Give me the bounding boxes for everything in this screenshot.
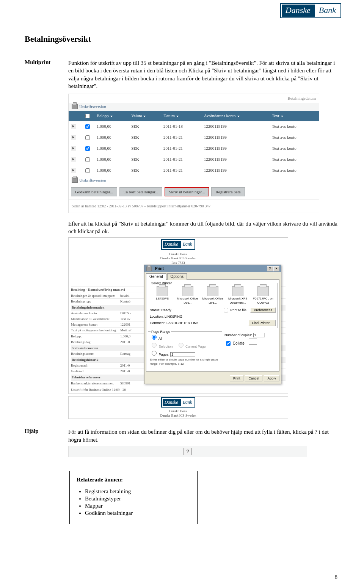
range-pages-radio[interactable]: Pages: xyxy=(150,349,220,357)
collate-icon xyxy=(247,340,258,347)
print-dialog: Print ?× General Options Select Printer … xyxy=(144,265,281,384)
printer-item[interactable]: Microsoft XPS Document... xyxy=(226,286,249,305)
cell-valuta: SEK xyxy=(129,154,161,165)
multiprint-label: Multiprint xyxy=(25,59,68,419)
related-title: Relaterade ämnen: xyxy=(77,477,190,483)
print-icon[interactable] xyxy=(72,104,78,109)
approve-button[interactable]: Godkänn betalningar... xyxy=(71,187,117,197)
find-printer-button[interactable]: Find Printer... xyxy=(248,320,276,326)
row-checkbox[interactable] xyxy=(85,124,90,129)
cell-text[interactable]: Text avs konto xyxy=(270,132,319,143)
printer-item[interactable]: LE450PS xyxy=(151,286,174,305)
payments-table: Belopp Valuta Datum Avsändarens konto Te… xyxy=(69,111,319,176)
printer-icon xyxy=(182,286,193,296)
preferences-button[interactable]: Preferences xyxy=(250,307,276,313)
expand-icon[interactable] xyxy=(71,146,76,151)
related-item[interactable]: Godkänn betalningar xyxy=(85,510,190,516)
printer-icon xyxy=(207,286,218,296)
table-row: 1.000,00SEK2011-01-2112200115199Text avs… xyxy=(69,154,319,165)
tab-general[interactable]: General xyxy=(146,273,166,280)
printer-item[interactable]: Microsoft Office Live... xyxy=(201,286,224,305)
range-all-radio[interactable]: All xyxy=(150,333,220,341)
cancel-button[interactable]: Cancel xyxy=(245,375,262,381)
expand-icon[interactable] xyxy=(71,168,76,173)
page-number: 8 xyxy=(335,574,338,580)
print-button[interactable]: Print xyxy=(230,375,244,381)
ss1-footer: Sidan är hämtad 12:02 - 2011-02-13 av 50… xyxy=(69,199,319,213)
cell-text[interactable]: Text avs konto xyxy=(270,121,319,132)
help-label: Hjälp xyxy=(25,428,68,459)
cell-belopp: 1.000,00 xyxy=(94,154,129,165)
cell-valuta: SEK xyxy=(129,121,161,132)
cell-datum: 2011-01-21 xyxy=(161,143,202,154)
help-text: För att få information om sidan du befin… xyxy=(68,428,339,444)
print-icon[interactable] xyxy=(72,177,78,183)
cell-datum: 2011-01-21 xyxy=(161,154,202,165)
print-to-file-checkbox[interactable]: Print to file xyxy=(222,308,246,312)
th-avskonto[interactable]: Avsändarens konto xyxy=(202,111,270,121)
close-icon[interactable]: × xyxy=(273,266,279,271)
cell-konto: 12200115199 xyxy=(202,132,270,143)
range-hint: Enter either a single page number or a s… xyxy=(150,357,220,366)
table-row: 1.000,00SEK2011-01-1812200115199Text avs… xyxy=(69,121,319,132)
table-row: 1.000,00SEK2011-01-2112200115199Text avs… xyxy=(69,132,319,143)
cell-belopp: 1.000,00 xyxy=(94,132,129,143)
row-checkbox[interactable] xyxy=(85,135,90,140)
logo-left: Danske xyxy=(282,5,314,17)
brand-logo-small: Danske Bank xyxy=(161,397,196,408)
page-range-label: Page Range xyxy=(151,329,171,334)
select-all-checkbox[interactable] xyxy=(85,114,90,118)
table-row: 1.000,00SEK2011-01-2112200115199Text avs… xyxy=(69,143,319,154)
cell-datum: 2011-01-18 xyxy=(161,121,202,132)
expand-icon[interactable] xyxy=(71,157,76,162)
th-text[interactable]: Text xyxy=(270,111,319,121)
cell-datum: 2011-01-21 xyxy=(161,165,202,176)
range-current-radio: Current Page xyxy=(177,341,206,349)
collate-checkbox[interactable]: Collate xyxy=(224,341,245,345)
print-icon xyxy=(146,267,152,271)
apply-button[interactable]: Apply xyxy=(264,375,279,381)
printer-icon xyxy=(157,286,168,296)
th-datum[interactable]: Datum xyxy=(161,111,202,121)
table-row: 1.000,00SEK2011-01-2112200115199Text avs… xyxy=(69,165,319,176)
dialog-title: Print xyxy=(154,266,267,271)
brand-logo-small: Danske Bank xyxy=(161,239,196,249)
cell-datum: 2011-01-21 xyxy=(161,132,202,143)
pages-input[interactable] xyxy=(170,352,195,357)
screenshot-print-preview: Danske Bank Danske BankDanske Bank ICS S… xyxy=(68,237,288,394)
copies-input[interactable] xyxy=(253,333,265,337)
cell-text[interactable]: Text avs konto xyxy=(270,165,319,176)
row-checkbox[interactable] xyxy=(85,168,90,173)
screenshot-footer-strip: Danske Bank Danske Bank Danske Bank ICS … xyxy=(68,396,288,419)
printer-item[interactable]: Microsoft Office Doc... xyxy=(176,286,199,305)
expand-icon[interactable] xyxy=(71,124,76,129)
cell-konto: 12200115199 xyxy=(202,154,270,165)
row-checkbox[interactable] xyxy=(85,157,90,162)
row-checkbox[interactable] xyxy=(85,146,90,151)
th-belopp[interactable]: Belopp xyxy=(94,111,129,121)
cell-belopp: 1.000,00 xyxy=(94,165,129,176)
printer-icon xyxy=(232,286,243,296)
expand-icon[interactable] xyxy=(71,135,76,140)
related-item[interactable]: Mappar xyxy=(85,503,190,509)
question-mark-icon[interactable]: ? xyxy=(184,448,192,455)
screenshot-payments-table: Betalningsdatum Utskriftsversion Belopp xyxy=(68,94,319,213)
cell-text[interactable]: Text avs konto xyxy=(270,143,319,154)
cell-valuta: SEK xyxy=(129,143,161,154)
multiprint-text: Funktion för utskrift av upp till 35 st … xyxy=(68,59,339,90)
related-item[interactable]: Registrera betalning xyxy=(85,488,190,495)
cell-belopp: 1.000,00 xyxy=(94,121,129,132)
cell-konto: 12200115199 xyxy=(202,143,270,154)
cell-text[interactable]: Text avs konto xyxy=(270,154,319,165)
print-payments-button[interactable]: Skriv ut betalningar... xyxy=(165,187,209,197)
tab-options[interactable]: Options xyxy=(167,273,187,280)
register-button[interactable]: Registrera beta xyxy=(211,187,245,197)
print-version-link-top[interactable]: Utskriftsversion xyxy=(79,104,106,110)
related-item[interactable]: Betalningstyper xyxy=(85,495,190,502)
th-valuta[interactable]: Valuta xyxy=(129,111,161,121)
remove-button[interactable]: Ta bort betalningar... xyxy=(119,187,162,197)
help-icon[interactable]: ? xyxy=(267,266,273,271)
printer-item[interactable]: P05717PCL on CO6P03 xyxy=(252,286,275,305)
printer-icon xyxy=(257,286,269,296)
print-version-link-bottom[interactable]: Utskriftsversion xyxy=(79,177,106,183)
